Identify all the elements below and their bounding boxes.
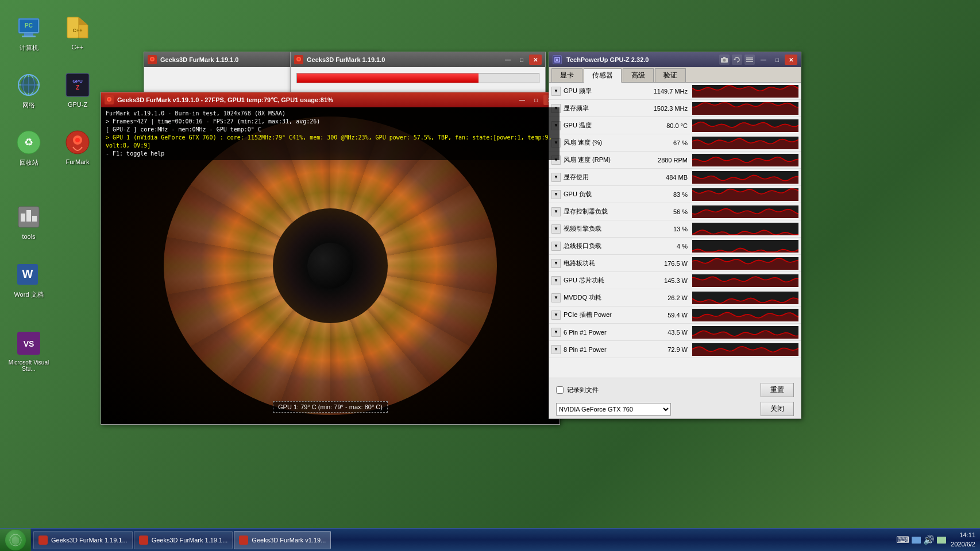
- furmark-second-maximize-btn[interactable]: □: [515, 55, 528, 65]
- sensor-dropdown-10[interactable]: ▼: [551, 259, 561, 268]
- gpuz-bottom-panel: 记录到文件 重置 NVIDIA GeForce GTX 760 关闭: [549, 378, 801, 418]
- sensor-dropdown-11[interactable]: ▼: [551, 276, 561, 285]
- tools-label: tools: [22, 233, 35, 240]
- furmark-label: FurMark: [66, 158, 90, 165]
- taskbar-items[interactable]: Geeks3D FurMark 1.19.1... Geeks3D FurMar…: [31, 529, 892, 551]
- sensor-name-0: ▼ GPU 频率: [551, 87, 646, 96]
- sensor-label-1: 显存频率: [564, 104, 589, 112]
- gpuz-checkbox-row[interactable]: 记录到文件 重置: [551, 381, 798, 399]
- sensor-row[interactable]: ▼ 8 Pin #1 Power 72.9 W: [549, 341, 801, 358]
- gpuz-refresh-icon[interactable]: [732, 55, 742, 65]
- sensor-value-10: 176.5 W: [646, 260, 692, 267]
- desktop-icon-vs[interactable]: VS Microsoft Visual Stu...: [6, 327, 52, 374]
- sensor-row[interactable]: ▼ GPU 温度 80.0 °C: [549, 117, 801, 134]
- start-button[interactable]: [0, 529, 31, 552]
- gpuz-maximize-btn[interactable]: □: [771, 55, 784, 65]
- sensor-dropdown-6[interactable]: ▼: [551, 190, 561, 199]
- svg-rect-37: [556, 59, 558, 61]
- sensor-dropdown-0[interactable]: ▼: [551, 87, 561, 96]
- tray-icons[interactable]: ⌨ 🔊: [896, 534, 946, 545]
- sensor-row[interactable]: ▼ PCIe 插槽 Power 59.4 W: [549, 306, 801, 324]
- desktop-icon-recycle[interactable]: ♻ 回收站: [6, 126, 52, 169]
- sensor-value-13: 59.4 W: [646, 312, 692, 319]
- clock[interactable]: 14:11 2020/6/2: [951, 531, 975, 549]
- sensor-dropdown-12[interactable]: ▼: [551, 293, 561, 302]
- gpuz-tab-advanced[interactable]: 高级: [623, 68, 654, 82]
- gpuz-tab-card[interactable]: 显卡: [551, 68, 582, 82]
- gpuz-actions-row[interactable]: NVIDIA GeForce GTX 760 关闭: [551, 399, 798, 418]
- desktop-icon-word[interactable]: W Word 文档: [6, 258, 52, 301]
- gpuz-tab-sensors[interactable]: 传感器: [584, 68, 622, 83]
- sensor-row[interactable]: ▼ 显存使用 484 MB: [549, 169, 801, 186]
- furmark-second-titlebar[interactable]: Geeks3D FurMark 1.19.1.0 — □ ✕: [291, 52, 545, 67]
- sensor-graph-13: [692, 309, 798, 321]
- desktop-icon-network[interactable]: 网络: [6, 69, 52, 112]
- gpuz-tab-validate[interactable]: 验证: [655, 68, 686, 82]
- furmark-log: FurMark v1.19.1.0 - Burn-in test, 1024x7…: [101, 107, 560, 160]
- gpuz-close-button[interactable]: 关闭: [761, 402, 794, 416]
- taskbar-item-0[interactable]: Geeks3D FurMark 1.19.1...: [33, 531, 133, 549]
- sensor-value-8: 13 %: [646, 226, 692, 232]
- sensor-dropdown-14[interactable]: ▼: [551, 328, 561, 337]
- sensor-row[interactable]: ▼ 风扇 速度 (RPM) 2880 RPM: [549, 152, 801, 169]
- gpuz-minimize-btn[interactable]: —: [757, 55, 770, 65]
- sensor-dropdown-7[interactable]: ▼: [551, 207, 561, 216]
- svg-text:C++: C++: [72, 28, 82, 33]
- sensor-value-11: 145.3 W: [646, 277, 692, 284]
- desktop-icon-computer[interactable]: PC 计算机: [6, 11, 52, 55]
- svg-marker-47: [692, 122, 798, 131]
- svg-marker-57: [692, 298, 798, 304]
- desktop-icon-tools[interactable]: tools: [6, 201, 52, 242]
- gpuz-tabs[interactable]: 显卡 传感器 高级 验证: [549, 67, 801, 83]
- desktop-icon-gpuz[interactable]: GPU Z GPU-Z: [55, 69, 101, 110]
- sensor-row[interactable]: ▼ GPU 频率 1149.7 MHz: [549, 83, 801, 100]
- sensor-row[interactable]: ▼ 电路板功耗 176.5 W: [549, 255, 801, 272]
- furmark-second-close-btn[interactable]: ✕: [529, 55, 542, 65]
- svg-rect-23: [21, 214, 25, 222]
- furmark-progress-bar-container: [296, 73, 539, 83]
- svg-rect-13: [21, 77, 37, 93]
- taskbar-item-1[interactable]: Geeks3D FurMark 1.19.1...: [134, 531, 233, 549]
- sensor-row[interactable]: ▼ 风扇 速度 (%) 67 %: [549, 134, 801, 152]
- sensor-dropdown-13[interactable]: ▼: [551, 311, 561, 320]
- start-orb[interactable]: [5, 530, 26, 550]
- taskbar-item-2[interactable]: Geeks3D FurMark v1.19...: [234, 531, 331, 549]
- gpuz-log-checkbox[interactable]: [556, 386, 564, 394]
- sensor-row[interactable]: ▼ 显存控制器负载 56 %: [549, 203, 801, 220]
- sensor-dropdown-9[interactable]: ▼: [551, 242, 561, 251]
- furmark-second-minimize-btn[interactable]: —: [501, 55, 514, 65]
- sensor-row[interactable]: ▼ 6 Pin #1 Power 43.5 W: [549, 324, 801, 341]
- gpuz-gpu-select[interactable]: NVIDIA GeForce GTX 760: [556, 403, 671, 416]
- sensor-row[interactable]: ▼ 总线接口负载 4 %: [549, 238, 801, 255]
- sensor-dropdown-8[interactable]: ▼: [551, 224, 561, 234]
- desktop-icon-furmark[interactable]: FurMark: [55, 126, 101, 168]
- sensor-row[interactable]: ▼ GPU 芯片功耗 145.3 W: [549, 272, 801, 289]
- svg-text:GPU: GPU: [72, 79, 83, 84]
- gpuz-menu-icon[interactable]: [744, 55, 755, 65]
- gpuz-titlebar[interactable]: TechPowerUp GPU-Z 2.32.0 — □ ✕: [549, 52, 801, 67]
- sensor-graph-8: [692, 223, 798, 235]
- sensor-row[interactable]: ▼ 视频引擎负载 13 %: [549, 220, 801, 238]
- furmark-main-minimize-btn[interactable]: —: [516, 95, 528, 105]
- tray-battery-icon: [937, 537, 946, 544]
- furmark-second-controls[interactable]: — □ ✕: [501, 55, 542, 65]
- sensor-row[interactable]: ▼ MVDDQ 功耗 26.2 W: [549, 289, 801, 306]
- gpuz-header-icons: [553, 55, 562, 64]
- sensor-row[interactable]: ▼ 显存频率 1502.3 MHz: [549, 100, 801, 117]
- furmark-main-titlebar[interactable]: Geeks3D FurMark v1.19.1.0 - 27FPS, GPU1 …: [101, 92, 560, 107]
- sensor-dropdown-15[interactable]: ▼: [551, 345, 561, 354]
- furmark-main-maximize-btn[interactable]: □: [530, 95, 542, 105]
- sensor-panel[interactable]: ▼ GPU 频率 1149.7 MHz ▼ 显存频率 1502.3 MHz: [549, 83, 801, 378]
- sensor-value-4: 2880 RPM: [646, 157, 692, 164]
- sensor-dropdown-5[interactable]: ▼: [551, 173, 561, 182]
- sensor-value-9: 4 %: [646, 243, 692, 250]
- gpuz-camera-icon[interactable]: [719, 55, 730, 65]
- desktop-icon-cpp[interactable]: C++ C++: [55, 11, 101, 53]
- gpuz-toolbar-icons[interactable]: [719, 55, 755, 65]
- sensor-graph-5: [692, 171, 798, 184]
- sensor-row[interactable]: ▼ GPU 负载 83 %: [549, 186, 801, 203]
- gpuz-close-btn[interactable]: ✕: [785, 55, 797, 65]
- sensor-label-12: MVDDQ 功耗: [564, 293, 601, 302]
- gpuz-reset-button[interactable]: 重置: [761, 383, 794, 397]
- gpuz-window-controls[interactable]: — □ ✕: [757, 55, 797, 65]
